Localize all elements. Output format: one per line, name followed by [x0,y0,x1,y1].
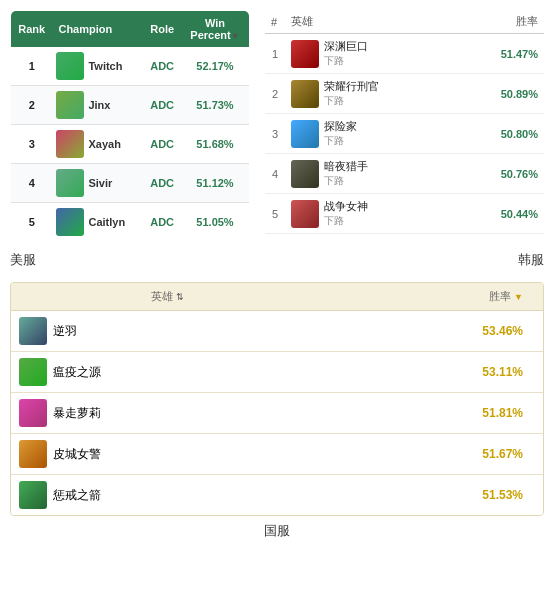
hero-info: 荣耀行刑官 下路 [324,79,379,108]
region-labels: 美服 韩服 [0,247,554,277]
champ-name: Jinx [88,99,110,111]
role-cell: ADC [143,125,181,164]
na-table: Rank Champion Role WinPercent▼ 1 Twitch … [10,10,250,242]
cn-rate-header: 胜率 ▼ [324,283,543,311]
cn-rate-sort-icon: ▼ [514,292,523,302]
bottom-section: 英雄 ⇅ 胜率 ▼ 逆羽 53.46% 瘟疫之源 53.11% 暴走萝莉 [10,282,544,516]
champ-name: Xayah [88,138,120,150]
hero-avatar [19,440,47,468]
kr-rate-cell: 50.80% [458,114,544,154]
winpct-cell: 51.05% [181,203,249,242]
cn-hero-name: 惩戒之箭 [53,487,101,504]
role-badge: ADC [150,99,174,111]
table-row: 2 Jinx ADC 51.73% [11,86,250,125]
bottom-hero-inner: 惩戒之箭 [19,481,316,509]
right-region-label: 韩服 [518,251,544,269]
table-row: 3 Xayah ADC 51.68% [11,125,250,164]
hero-cell-inner: 探险家 下路 [291,119,452,148]
left-table-wrap: Rank Champion Role WinPercent▼ 1 Twitch … [10,10,250,242]
hero-cell-inner: 荣耀行刑官 下路 [291,79,452,108]
rank-cell: 4 [11,164,53,203]
hero-info: 探险家 下路 [324,119,357,148]
kr-hero-cell: 深渊巨口 下路 [285,34,458,74]
cn-hero-name: 皮城女警 [53,446,101,463]
win-pct: 51.68% [196,138,233,150]
hero-avatar [291,80,319,108]
role-badge: ADC [150,216,174,228]
hero-sub: 下路 [324,134,357,148]
hero-avatar [291,160,319,188]
bottom-hero-inner: 皮城女警 [19,440,316,468]
winpct-cell: 51.68% [181,125,249,164]
cn-hero-name: 瘟疫之源 [53,364,101,381]
hero-name: 荣耀行刑官 [324,79,379,94]
table-row: 皮城女警 51.67% [11,434,543,475]
kr-hero-cell: 探险家 下路 [285,114,458,154]
num-cell: 2 [265,74,285,114]
hero-cell-inner: 战争女神 下路 [291,199,452,228]
table-row: 4 Sivir ADC 51.12% [11,164,250,203]
bottom-hero-inner: 暴走萝莉 [19,399,316,427]
winpct-cell: 51.73% [181,86,249,125]
champ-cell: Jinx [52,86,143,125]
table-row: 5 Caitlyn ADC 51.05% [11,203,250,242]
table-row: 1 深渊巨口 下路 51.47% [265,34,544,74]
kr-hero-cell: 战争女神 下路 [285,194,458,234]
hero-info: 暗夜猎手 下路 [324,159,368,188]
champ-name: Sivir [88,177,112,189]
hero-sub: 下路 [324,174,368,188]
hero-avatar [19,481,47,509]
role-cell: ADC [143,86,181,125]
rank-cell: 1 [11,47,53,86]
hero-name: 暗夜猎手 [324,159,368,174]
kr-rate-cell: 50.76% [458,154,544,194]
winpct-cell: 52.17% [181,47,249,86]
rank-header: Rank [11,11,53,48]
champ-avatar [56,208,84,236]
role-cell: ADC [143,164,181,203]
rank-cell: 5 [11,203,53,242]
bottom-region-label: 国服 [264,523,290,538]
cn-table: 英雄 ⇅ 胜率 ▼ 逆羽 53.46% 瘟疫之源 53.11% 暴走萝莉 [11,283,543,515]
cn-hero-cell: 逆羽 [11,311,324,352]
win-pct: 52.17% [196,60,233,72]
champ-avatar [56,130,84,158]
cn-hero-cell: 惩戒之箭 [11,475,324,516]
role-badge: ADC [150,138,174,150]
table-row: 3 探险家 下路 50.80% [265,114,544,154]
bottom-label-wrap: 国服 [0,516,554,544]
champ-cell: Twitch [52,47,143,86]
cn-rate-cell: 51.53% [324,475,543,516]
kr-hero-header: 英雄 [285,10,458,34]
cn-rate-cell: 53.11% [324,352,543,393]
hero-sub: 下路 [324,214,368,228]
win-pct: 51.12% [196,177,233,189]
num-cell: 5 [265,194,285,234]
kr-rate-cell: 50.89% [458,74,544,114]
kr-rate-cell: 50.44% [458,194,544,234]
winpct-cell: 51.12% [181,164,249,203]
role-cell: ADC [143,47,181,86]
champ-name: Caitlyn [88,216,125,228]
champ-cell: Xayah [52,125,143,164]
champion-header: Champion [52,11,143,48]
table-row: 4 暗夜猎手 下路 50.76% [265,154,544,194]
table-row: 1 Twitch ADC 52.17% [11,47,250,86]
cn-hero-header: 英雄 ⇅ [11,283,324,311]
table-row: 逆羽 53.46% [11,311,543,352]
hero-avatar [291,40,319,68]
cn-hero-name: 暴走萝莉 [53,405,101,422]
top-section: Rank Champion Role WinPercent▼ 1 Twitch … [0,0,554,247]
role-badge: ADC [150,177,174,189]
cn-hero-sort-icon: ⇅ [176,292,184,302]
hero-name: 探险家 [324,119,357,134]
champ-name: Twitch [88,60,122,72]
sort-icon: ▼ [231,31,240,41]
kr-rate-cell: 51.47% [458,34,544,74]
champ-avatar [56,169,84,197]
champ-cell: Sivir [52,164,143,203]
kr-hero-cell: 暗夜猎手 下路 [285,154,458,194]
table-row: 瘟疫之源 53.11% [11,352,543,393]
right-table-wrap: # 英雄 胜率 1 深渊巨口 下路 51.47% 2 [250,10,544,242]
hero-info: 深渊巨口 下路 [324,39,368,68]
